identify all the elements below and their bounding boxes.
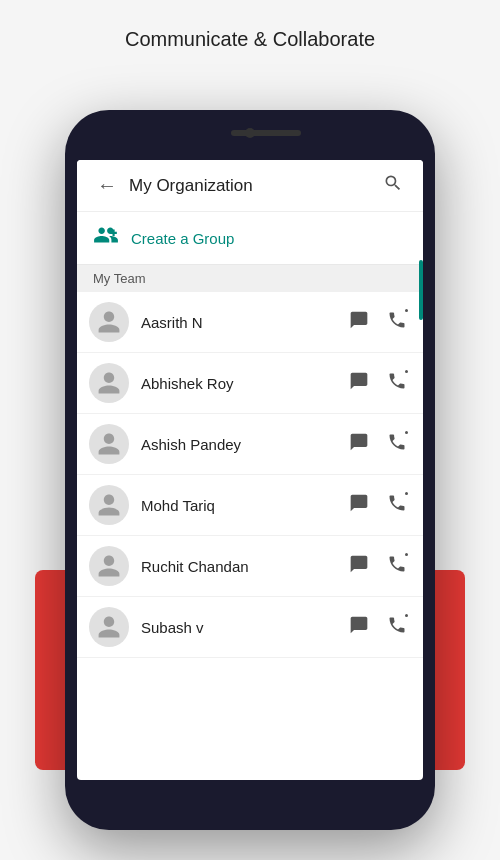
- call-icon[interactable]: [383, 550, 411, 583]
- call-badge: [403, 368, 410, 375]
- contact-row[interactable]: Ruchit Chandan: [77, 536, 423, 597]
- contact-name: Aasrith N: [141, 314, 345, 331]
- avatar: [89, 302, 129, 342]
- contact-actions: [345, 550, 411, 583]
- contact-row[interactable]: Ashish Pandey: [77, 414, 423, 475]
- message-icon[interactable]: [345, 306, 373, 339]
- call-badge: [403, 307, 410, 314]
- call-badge: [403, 551, 410, 558]
- create-group-row[interactable]: Create a Group: [77, 212, 423, 265]
- avatar: [89, 485, 129, 525]
- message-icon[interactable]: [345, 489, 373, 522]
- phone-frame: ← My Organization Create a Group: [65, 110, 435, 830]
- avatar: [89, 607, 129, 647]
- contact-actions: [345, 306, 411, 339]
- phone-screen: ← My Organization Create a Group: [77, 160, 423, 780]
- contact-name: Subash v: [141, 619, 345, 636]
- contact-row[interactable]: Aasrith N: [77, 292, 423, 353]
- avatar: [89, 424, 129, 464]
- contact-name: Abhishek Roy: [141, 375, 345, 392]
- section-header-myteam: My Team: [77, 265, 423, 292]
- contact-row[interactable]: Abhishek Roy: [77, 353, 423, 414]
- call-icon[interactable]: [383, 306, 411, 339]
- phone-wrapper: ← My Organization Create a Group: [65, 110, 435, 830]
- message-icon[interactable]: [345, 550, 373, 583]
- back-button[interactable]: ←: [89, 166, 125, 205]
- phone-speaker: [231, 130, 301, 136]
- contact-name: Ruchit Chandan: [141, 558, 345, 575]
- call-badge: [403, 490, 410, 497]
- call-icon[interactable]: [383, 489, 411, 522]
- page-title: Communicate & Collaborate: [0, 0, 500, 71]
- avatar: [89, 363, 129, 403]
- contact-row[interactable]: Subash v: [77, 597, 423, 658]
- call-icon[interactable]: [383, 611, 411, 644]
- call-badge: [403, 612, 410, 619]
- contact-list: Aasrith N Abhishe: [77, 292, 423, 658]
- contact-actions: [345, 428, 411, 461]
- contact-actions: [345, 611, 411, 644]
- message-icon[interactable]: [345, 428, 373, 461]
- create-group-label: Create a Group: [131, 230, 234, 247]
- app-bar: ← My Organization: [77, 160, 423, 212]
- contact-name: Ashish Pandey: [141, 436, 345, 453]
- call-icon[interactable]: [383, 367, 411, 400]
- contact-row[interactable]: Mohd Tariq: [77, 475, 423, 536]
- avatar: [89, 546, 129, 586]
- call-badge: [403, 429, 410, 436]
- contact-actions: [345, 367, 411, 400]
- app-bar-title: My Organization: [129, 176, 375, 196]
- group-add-icon: [93, 222, 119, 254]
- search-button[interactable]: [375, 165, 411, 206]
- message-icon[interactable]: [345, 611, 373, 644]
- scrollbar-indicator[interactable]: [419, 260, 423, 320]
- contact-name: Mohd Tariq: [141, 497, 345, 514]
- contact-actions: [345, 489, 411, 522]
- message-icon[interactable]: [345, 367, 373, 400]
- call-icon[interactable]: [383, 428, 411, 461]
